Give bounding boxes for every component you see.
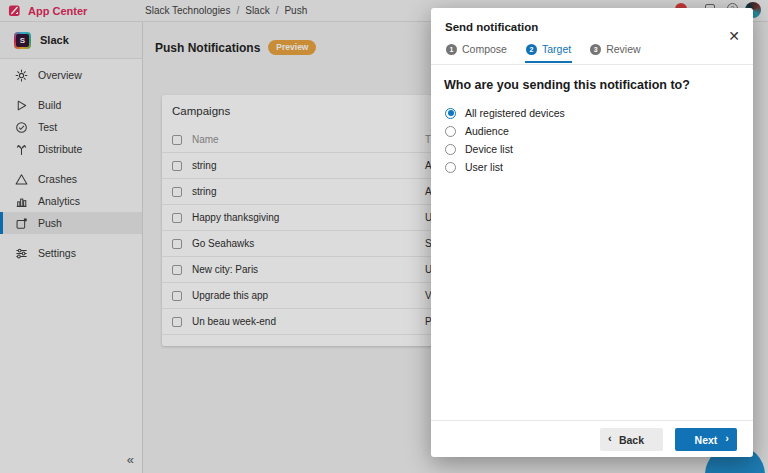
chevron-right-icon: › [725, 432, 729, 444]
radio-icon[interactable] [445, 144, 456, 155]
app-center-page: App Center Slack Technologies / Slack / … [0, 0, 768, 473]
step-label: Compose [462, 43, 507, 55]
stepper-step[interactable]: 1 Compose [445, 41, 508, 63]
send-notification-modal: Send notification ✕ 1 Compose 2 Target 3… [431, 8, 753, 457]
radio-option[interactable]: User list [445, 161, 565, 173]
close-icon[interactable]: ✕ [728, 29, 740, 43]
modal-title: Send notification [445, 21, 538, 33]
stepper-step[interactable]: 2 Target [525, 41, 572, 63]
next-button[interactable]: Next › [675, 428, 737, 451]
next-button-label: Next [695, 434, 718, 446]
back-button-label: Back [619, 434, 644, 446]
step-number-badge: 3 [590, 44, 601, 55]
footer-divider [431, 420, 753, 421]
radio-option[interactable]: Audience [445, 125, 565, 137]
step-number-badge: 1 [446, 44, 457, 55]
stepper-divider [431, 64, 753, 65]
radio-option-label: All registered devices [465, 107, 565, 119]
step-label: Target [542, 43, 571, 55]
target-question: Who are you sending this notification to… [444, 78, 690, 92]
radio-option-label: Audience [465, 125, 509, 137]
radio-icon[interactable] [445, 126, 456, 137]
radio-option-label: User list [465, 161, 503, 173]
step-label: Review [606, 43, 640, 55]
radio-option[interactable]: All registered devices [445, 107, 565, 119]
radio-option[interactable]: Device list [445, 143, 565, 155]
radio-icon[interactable] [445, 162, 456, 173]
back-button[interactable]: ‹ Back [600, 428, 663, 451]
target-options: All registered devices Audience Device l… [445, 107, 565, 173]
step-number-badge: 2 [526, 44, 537, 55]
radio-option-label: Device list [465, 143, 513, 155]
radio-icon[interactable] [445, 108, 456, 119]
chevron-left-icon: ‹ [608, 432, 612, 444]
modal-stepper: 1 Compose 2 Target 3 Review [445, 41, 642, 63]
stepper-step[interactable]: 3 Review [589, 41, 641, 63]
